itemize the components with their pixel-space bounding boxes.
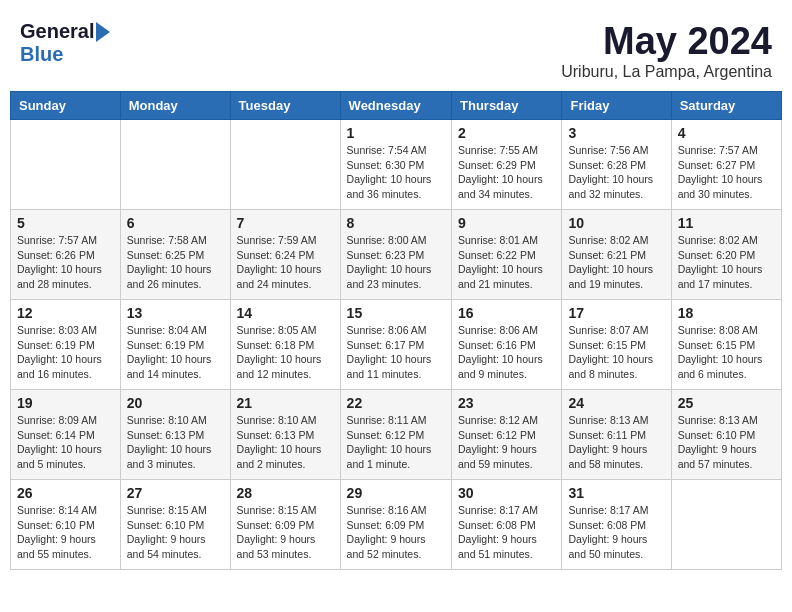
day-info: Sunrise: 8:10 AM Sunset: 6:13 PM Dayligh… <box>127 413 224 472</box>
calendar-cell: 25Sunrise: 8:13 AM Sunset: 6:10 PM Dayli… <box>671 390 781 480</box>
day-number: 7 <box>237 215 334 231</box>
calendar-cell: 4Sunrise: 7:57 AM Sunset: 6:27 PM Daylig… <box>671 120 781 210</box>
weekday-header-saturday: Saturday <box>671 92 781 120</box>
calendar-cell: 12Sunrise: 8:03 AM Sunset: 6:19 PM Dayli… <box>11 300 121 390</box>
day-info: Sunrise: 7:56 AM Sunset: 6:28 PM Dayligh… <box>568 143 664 202</box>
calendar-cell: 27Sunrise: 8:15 AM Sunset: 6:10 PM Dayli… <box>120 480 230 570</box>
location: Uriburu, La Pampa, Argentina <box>561 63 772 81</box>
calendar-cell: 22Sunrise: 8:11 AM Sunset: 6:12 PM Dayli… <box>340 390 451 480</box>
day-info: Sunrise: 8:13 AM Sunset: 6:10 PM Dayligh… <box>678 413 775 472</box>
day-number: 9 <box>458 215 555 231</box>
day-number: 5 <box>17 215 114 231</box>
day-number: 11 <box>678 215 775 231</box>
day-number: 26 <box>17 485 114 501</box>
calendar-cell: 11Sunrise: 8:02 AM Sunset: 6:20 PM Dayli… <box>671 210 781 300</box>
day-info: Sunrise: 8:15 AM Sunset: 6:10 PM Dayligh… <box>127 503 224 562</box>
calendar-cell: 20Sunrise: 8:10 AM Sunset: 6:13 PM Dayli… <box>120 390 230 480</box>
day-number: 6 <box>127 215 224 231</box>
calendar-cell: 14Sunrise: 8:05 AM Sunset: 6:18 PM Dayli… <box>230 300 340 390</box>
day-number: 25 <box>678 395 775 411</box>
day-number: 31 <box>568 485 664 501</box>
day-number: 10 <box>568 215 664 231</box>
day-info: Sunrise: 8:14 AM Sunset: 6:10 PM Dayligh… <box>17 503 114 562</box>
calendar-cell: 2Sunrise: 7:55 AM Sunset: 6:29 PM Daylig… <box>452 120 562 210</box>
calendar-week-2: 5Sunrise: 7:57 AM Sunset: 6:26 PM Daylig… <box>11 210 782 300</box>
day-info: Sunrise: 8:06 AM Sunset: 6:17 PM Dayligh… <box>347 323 445 382</box>
logo-general: General <box>20 20 94 43</box>
calendar-cell: 8Sunrise: 8:00 AM Sunset: 6:23 PM Daylig… <box>340 210 451 300</box>
calendar-cell: 23Sunrise: 8:12 AM Sunset: 6:12 PM Dayli… <box>452 390 562 480</box>
day-number: 16 <box>458 305 555 321</box>
day-number: 12 <box>17 305 114 321</box>
weekday-header-tuesday: Tuesday <box>230 92 340 120</box>
day-info: Sunrise: 7:57 AM Sunset: 6:27 PM Dayligh… <box>678 143 775 202</box>
calendar-cell <box>11 120 121 210</box>
day-info: Sunrise: 7:54 AM Sunset: 6:30 PM Dayligh… <box>347 143 445 202</box>
day-info: Sunrise: 8:07 AM Sunset: 6:15 PM Dayligh… <box>568 323 664 382</box>
calendar-week-4: 19Sunrise: 8:09 AM Sunset: 6:14 PM Dayli… <box>11 390 782 480</box>
day-info: Sunrise: 7:59 AM Sunset: 6:24 PM Dayligh… <box>237 233 334 292</box>
calendar-cell: 16Sunrise: 8:06 AM Sunset: 6:16 PM Dayli… <box>452 300 562 390</box>
title-area: May 2024 Uriburu, La Pampa, Argentina <box>561 20 772 81</box>
day-info: Sunrise: 8:00 AM Sunset: 6:23 PM Dayligh… <box>347 233 445 292</box>
day-info: Sunrise: 8:03 AM Sunset: 6:19 PM Dayligh… <box>17 323 114 382</box>
calendar-cell: 18Sunrise: 8:08 AM Sunset: 6:15 PM Dayli… <box>671 300 781 390</box>
day-number: 14 <box>237 305 334 321</box>
day-number: 18 <box>678 305 775 321</box>
calendar-cell: 17Sunrise: 8:07 AM Sunset: 6:15 PM Dayli… <box>562 300 671 390</box>
day-info: Sunrise: 8:06 AM Sunset: 6:16 PM Dayligh… <box>458 323 555 382</box>
weekday-header-thursday: Thursday <box>452 92 562 120</box>
calendar-week-1: 1Sunrise: 7:54 AM Sunset: 6:30 PM Daylig… <box>11 120 782 210</box>
day-info: Sunrise: 8:17 AM Sunset: 6:08 PM Dayligh… <box>568 503 664 562</box>
weekday-header-sunday: Sunday <box>11 92 121 120</box>
day-number: 24 <box>568 395 664 411</box>
calendar-cell: 5Sunrise: 7:57 AM Sunset: 6:26 PM Daylig… <box>11 210 121 300</box>
day-number: 8 <box>347 215 445 231</box>
day-info: Sunrise: 8:02 AM Sunset: 6:21 PM Dayligh… <box>568 233 664 292</box>
day-info: Sunrise: 7:57 AM Sunset: 6:26 PM Dayligh… <box>17 233 114 292</box>
calendar-cell: 9Sunrise: 8:01 AM Sunset: 6:22 PM Daylig… <box>452 210 562 300</box>
calendar-cell: 21Sunrise: 8:10 AM Sunset: 6:13 PM Dayli… <box>230 390 340 480</box>
day-number: 29 <box>347 485 445 501</box>
calendar-cell: 29Sunrise: 8:16 AM Sunset: 6:09 PM Dayli… <box>340 480 451 570</box>
day-number: 15 <box>347 305 445 321</box>
day-number: 20 <box>127 395 224 411</box>
calendar-cell: 28Sunrise: 8:15 AM Sunset: 6:09 PM Dayli… <box>230 480 340 570</box>
calendar-cell: 24Sunrise: 8:13 AM Sunset: 6:11 PM Dayli… <box>562 390 671 480</box>
weekday-header-friday: Friday <box>562 92 671 120</box>
day-number: 27 <box>127 485 224 501</box>
calendar-cell <box>671 480 781 570</box>
day-info: Sunrise: 8:13 AM Sunset: 6:11 PM Dayligh… <box>568 413 664 472</box>
day-info: Sunrise: 8:02 AM Sunset: 6:20 PM Dayligh… <box>678 233 775 292</box>
calendar-week-5: 26Sunrise: 8:14 AM Sunset: 6:10 PM Dayli… <box>11 480 782 570</box>
day-info: Sunrise: 8:08 AM Sunset: 6:15 PM Dayligh… <box>678 323 775 382</box>
logo: General Blue <box>20 20 112 66</box>
calendar-cell: 15Sunrise: 8:06 AM Sunset: 6:17 PM Dayli… <box>340 300 451 390</box>
calendar-cell: 3Sunrise: 7:56 AM Sunset: 6:28 PM Daylig… <box>562 120 671 210</box>
day-info: Sunrise: 8:16 AM Sunset: 6:09 PM Dayligh… <box>347 503 445 562</box>
calendar-cell: 19Sunrise: 8:09 AM Sunset: 6:14 PM Dayli… <box>11 390 121 480</box>
day-number: 30 <box>458 485 555 501</box>
calendar-cell: 7Sunrise: 7:59 AM Sunset: 6:24 PM Daylig… <box>230 210 340 300</box>
day-info: Sunrise: 8:04 AM Sunset: 6:19 PM Dayligh… <box>127 323 224 382</box>
day-info: Sunrise: 8:05 AM Sunset: 6:18 PM Dayligh… <box>237 323 334 382</box>
calendar-table: SundayMondayTuesdayWednesdayThursdayFrid… <box>10 91 782 570</box>
day-info: Sunrise: 8:09 AM Sunset: 6:14 PM Dayligh… <box>17 413 114 472</box>
page-header: General Blue May 2024 Uriburu, La Pampa,… <box>10 10 782 86</box>
day-number: 23 <box>458 395 555 411</box>
day-number: 17 <box>568 305 664 321</box>
calendar-cell: 13Sunrise: 8:04 AM Sunset: 6:19 PM Dayli… <box>120 300 230 390</box>
day-number: 3 <box>568 125 664 141</box>
day-number: 1 <box>347 125 445 141</box>
day-number: 4 <box>678 125 775 141</box>
calendar-header-row: SundayMondayTuesdayWednesdayThursdayFrid… <box>11 92 782 120</box>
weekday-header-monday: Monday <box>120 92 230 120</box>
day-info: Sunrise: 8:15 AM Sunset: 6:09 PM Dayligh… <box>237 503 334 562</box>
day-number: 13 <box>127 305 224 321</box>
calendar-cell: 31Sunrise: 8:17 AM Sunset: 6:08 PM Dayli… <box>562 480 671 570</box>
logo-blue: Blue <box>20 43 63 65</box>
calendar-cell: 6Sunrise: 7:58 AM Sunset: 6:25 PM Daylig… <box>120 210 230 300</box>
calendar-cell: 26Sunrise: 8:14 AM Sunset: 6:10 PM Dayli… <box>11 480 121 570</box>
calendar-cell <box>230 120 340 210</box>
day-number: 22 <box>347 395 445 411</box>
